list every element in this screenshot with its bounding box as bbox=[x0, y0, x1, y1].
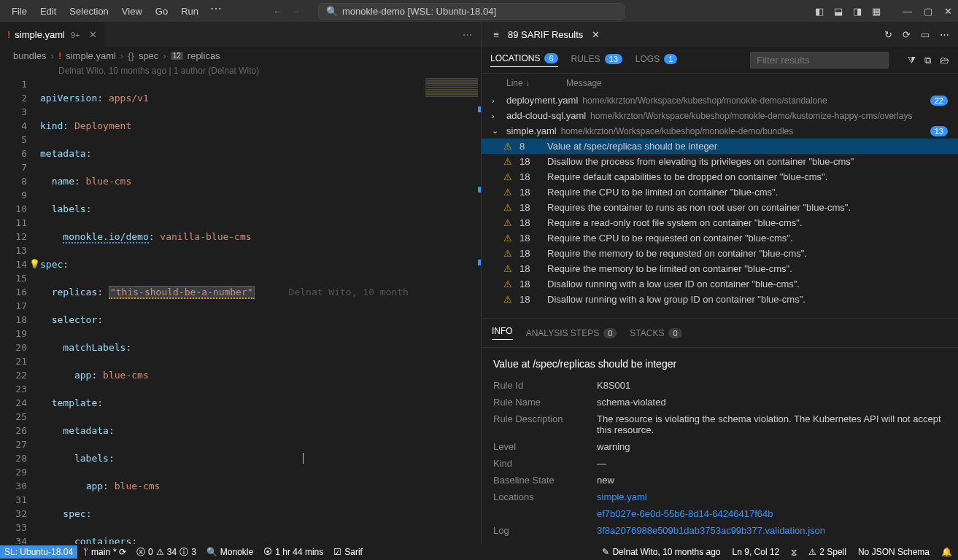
value-kind: — bbox=[597, 458, 946, 469]
breadcrumb[interactable]: bundles › ! simple.yaml › {} spec › 12 r… bbox=[0, 47, 481, 64]
filter-icon[interactable]: ⧩ bbox=[908, 55, 916, 66]
sb-schema[interactable]: No JSON Schema bbox=[858, 547, 930, 557]
result-row[interactable]: ⚠ 18 Disallow running with a low user ID… bbox=[482, 276, 958, 292]
nav-back-icon[interactable]: ← bbox=[273, 6, 282, 17]
code-area[interactable]: 12345 678910 1112131415 1617181920 21222… bbox=[0, 77, 481, 544]
panel-bottom-icon[interactable]: ⬓ bbox=[834, 6, 843, 17]
tab-problems-badge: 9+ bbox=[71, 31, 80, 39]
col-line[interactable]: Line ↓ bbox=[506, 78, 530, 88]
result-row[interactable]: ⚠ 18 Require the CPU to be requested on … bbox=[482, 230, 958, 246]
minimize-icon[interactable]: — bbox=[903, 6, 912, 17]
tab-stacks[interactable]: STACKS0 bbox=[630, 328, 681, 338]
command-center[interactable]: 🔍 monokle-demo [WSL: Ubuntu-18.04] bbox=[318, 3, 625, 20]
result-row[interactable]: ⚠ 18 Require a read-only root file syste… bbox=[482, 215, 958, 230]
bc-root[interactable]: bundles bbox=[13, 50, 47, 61]
git-blame: Delnat Wito, 10 months ago | 1 author (D… bbox=[0, 64, 481, 77]
lightbulb-icon[interactable]: 💡 bbox=[29, 257, 40, 271]
result-message: Require the CPU to be requested on conta… bbox=[547, 233, 948, 244]
collapse-icon[interactable]: ▭ bbox=[921, 29, 930, 40]
yaml-icon: ! bbox=[58, 50, 61, 61]
bc-replicas[interactable]: replicas bbox=[188, 50, 220, 61]
result-line: 18 bbox=[519, 171, 540, 182]
info-grid: Rule Id K8S001 Rule Name schema-violated… bbox=[493, 380, 946, 536]
tab-analysis-steps[interactable]: ANALYSIS STEPS0 bbox=[526, 328, 617, 338]
minimap[interactable] bbox=[422, 77, 481, 325]
refresh-all-icon[interactable]: ⟳ bbox=[903, 29, 911, 40]
sb-spell[interactable]: ⚠ 2 Spell bbox=[808, 547, 846, 557]
file-row[interactable]: ⌄ simple.yaml home/kkrzton/Workspace/kub… bbox=[482, 123, 958, 139]
warning-icon: ⚠ bbox=[503, 171, 512, 182]
menu-view[interactable]: View bbox=[116, 3, 148, 20]
sb-problems[interactable]: ⓧ 0 ⚠ 34 ⓘ 3 bbox=[136, 546, 196, 559]
close-icon[interactable]: ✕ bbox=[944, 6, 952, 17]
sb-branch[interactable]: ᛘ main* ⟳ bbox=[83, 547, 126, 557]
code-content[interactable]: apiVersion: apps/v1 kind: Deployment met… bbox=[40, 77, 481, 544]
result-row[interactable]: ⚠ 18 Disallow running with a low group I… bbox=[482, 292, 958, 307]
menu-overflow[interactable]: ⋯ bbox=[206, 3, 226, 20]
close-icon[interactable]: ✕ bbox=[592, 29, 600, 40]
info-panel: INFO ANALYSIS STEPS0 STACKS0 Value at /s… bbox=[482, 318, 958, 544]
layout-grid-icon[interactable]: ▦ bbox=[872, 6, 881, 17]
menu-go[interactable]: Go bbox=[150, 3, 174, 20]
tab-locations[interactable]: LOCATIONS6 bbox=[490, 53, 558, 67]
tab-simple-yaml[interactable]: ! simple.yaml 9+ ✕ bbox=[0, 22, 105, 47]
info-title: Value at /spec/replicas should be intege… bbox=[493, 358, 946, 370]
menu-run[interactable]: Run bbox=[175, 3, 204, 20]
sb-monokle[interactable]: 🔍 Monokle bbox=[206, 547, 253, 557]
sb-blame[interactable]: ✎ Delnat Wito, 10 months ago bbox=[602, 547, 720, 557]
col-message[interactable]: Message bbox=[566, 78, 602, 88]
sb-sarif[interactable]: ☑ Sarif bbox=[333, 547, 363, 557]
filter-input[interactable] bbox=[750, 52, 889, 69]
result-row[interactable]: ⚠ 18 Require the CPU to be limited on co… bbox=[482, 184, 958, 200]
value-guid[interactable]: ef7b027e-6e0d-55b6-8d14-64246417f64b bbox=[597, 508, 946, 519]
copy-icon[interactable]: ⧉ bbox=[924, 55, 931, 66]
sb-history-icon[interactable]: ⧖ bbox=[791, 547, 797, 557]
result-line: 18 bbox=[519, 217, 540, 228]
menu-selection[interactable]: Selection bbox=[63, 3, 114, 20]
panel-left-icon[interactable]: ◧ bbox=[815, 6, 824, 17]
result-row[interactable]: ⚠ 18 Require the memory to be requested … bbox=[482, 246, 958, 261]
refresh-icon[interactable]: ↻ bbox=[884, 29, 892, 40]
result-message: Value at /spec/replicas should be intege… bbox=[547, 141, 948, 152]
menu-file[interactable]: File bbox=[6, 3, 33, 20]
result-row[interactable]: ⚠ 8 Value at /spec/replicas should be in… bbox=[482, 139, 958, 154]
more-icon[interactable]: ⋯ bbox=[940, 29, 949, 40]
maximize-icon[interactable]: ▢ bbox=[924, 6, 932, 17]
folder-open-icon[interactable]: 🗁 bbox=[940, 55, 949, 66]
result-row[interactable]: ⚠ 18 Require default capabilities to be … bbox=[482, 169, 958, 184]
panel-right-icon[interactable]: ◨ bbox=[853, 6, 862, 17]
info-tabs: INFO ANALYSIS STEPS0 STACKS0 bbox=[482, 319, 958, 348]
tab-logs[interactable]: LOGS1 bbox=[636, 54, 677, 67]
count-badge: 22 bbox=[930, 96, 948, 106]
label-rule-id: Rule Id bbox=[493, 380, 588, 391]
result-row[interactable]: ⚠ 18 Disallow the process from elevating… bbox=[482, 154, 958, 169]
tab-close-icon[interactable]: ✕ bbox=[89, 29, 97, 40]
sarif-tabs: LOCATIONS6 RULES13 LOGS1 ⧩ ⧉ 🗁 bbox=[482, 47, 958, 74]
file-row[interactable]: › add-cloud-sql.yaml home/kkrzton/Worksp… bbox=[482, 108, 958, 123]
sarif-results[interactable]: › deployment.yaml home/kkrzton/Workspace… bbox=[482, 93, 958, 318]
tab-info[interactable]: INFO bbox=[492, 326, 513, 340]
sb-bell-icon[interactable]: 🔔 bbox=[941, 547, 952, 557]
value-log[interactable]: 3f8a2076988e509b1dab3753ac99b377.validat… bbox=[597, 525, 946, 536]
result-row[interactable]: ⚠ 18 Require the memory to be limited on… bbox=[482, 261, 958, 276]
result-row[interactable]: ⚠ 18 Requires the container to runs as n… bbox=[482, 200, 958, 215]
nav-fwd-icon[interactable]: → bbox=[291, 6, 301, 17]
layout-controls: ◧ ⬓ ◨ ▦ — ▢ ✕ bbox=[815, 6, 952, 17]
file-row[interactable]: › deployment.yaml home/kkrzton/Workspace… bbox=[482, 93, 958, 108]
sb-time[interactable]: ⦿ 1 hr 44 mins bbox=[263, 547, 323, 557]
sarif-header: ≡ 89 SARIF Results ✕ ↻ ⟳ ▭ ⋯ bbox=[482, 22, 958, 47]
line-gutter: 12345 678910 1112131415 1617181920 21222… bbox=[0, 77, 40, 544]
yaml-icon: ! bbox=[7, 29, 10, 40]
menu-edit[interactable]: Edit bbox=[34, 3, 62, 20]
sb-wsl[interactable]: SL: Ubuntu-18.04 bbox=[0, 545, 77, 559]
result-line: 18 bbox=[519, 248, 540, 259]
value-rule-desc: The resource is violating the schema vio… bbox=[597, 413, 946, 435]
tab-rules[interactable]: RULES13 bbox=[571, 54, 622, 67]
result-line: 8 bbox=[519, 141, 540, 152]
bc-file[interactable]: simple.yaml bbox=[66, 50, 116, 61]
value-locations[interactable]: simple.yaml bbox=[597, 491, 946, 502]
bc-spec[interactable]: spec bbox=[139, 50, 158, 61]
tab-actions[interactable]: ⋯ bbox=[463, 22, 481, 47]
search-icon: 🔍 bbox=[326, 6, 338, 17]
sb-position[interactable]: Ln 9, Col 12 bbox=[733, 547, 780, 557]
